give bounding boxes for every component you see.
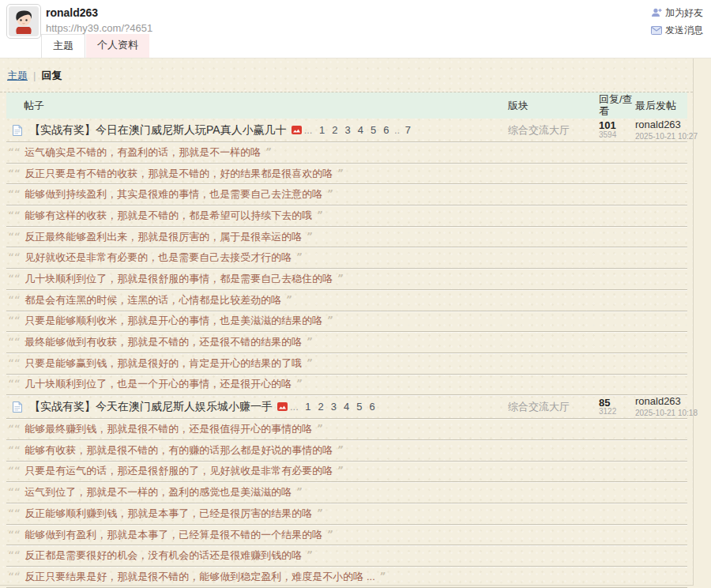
page-gap: .. — [394, 124, 400, 136]
reply-row[interactable]: ““ 能够有这样的收获，那就是不错的，都是希望可以持续下去的哦 ”” — [6, 205, 687, 227]
quote-open-icon: “ — [8, 485, 13, 499]
reply-row[interactable]: ““ 只要是能够顺利收米，那就是开心的事情，也是美滋滋的结果的咯 ”” — [6, 311, 687, 333]
send-message-button[interactable]: 发送消息 — [651, 23, 703, 39]
page-link[interactable]: 6 — [383, 124, 389, 136]
username: ronald263 — [46, 6, 152, 20]
reply-text: 几十块顺利到位了，那就是很舒服的事情，都是需要自己去稳住的咯 — [24, 272, 333, 286]
reply-row[interactable]: ““ 运气确实是不错的，有盈利的话，那就是不一样的咯 ”” — [6, 142, 687, 164]
topic-list-panel: 主题|回复 帖子 版块 回复/查看 最后发帖 【实战有奖】今日在澳门威尼斯人玩P… — [0, 58, 694, 586]
page-link[interactable]: 1 — [319, 124, 325, 136]
reply-row[interactable]: ““ 反正能够顺利赚到钱，那就是本事了，已经是很厉害的结果的咯 ”” — [6, 503, 687, 525]
quote-open-icon: “ — [8, 187, 13, 202]
subnav-topics-link[interactable]: 主题 — [7, 70, 28, 81]
last-poster-link[interactable]: ronald263 — [635, 119, 687, 131]
quote-open-icon: “ — [14, 209, 19, 223]
last-poster-link[interactable]: ronald263 — [635, 396, 687, 408]
page-link[interactable]: 2 — [318, 401, 324, 413]
reply-text: 最终能够做到有收获，那就是不错的，还是很不错的结果的咯 — [24, 335, 302, 349]
thread-title-link[interactable]: 【实战有奖】今日在澳门威尼斯人玩PA真人小赢几十 — [29, 123, 287, 138]
reply-text: 能够做到持续盈利，其实是很难的事情，也是需要自己去注意的咯 — [24, 187, 322, 202]
col-header-forum: 版块 — [508, 99, 599, 113]
title-ellipsis: ... — [304, 124, 313, 136]
quote-close-icon: ” — [286, 293, 291, 307]
quote-open-icon: “ — [8, 507, 13, 521]
reply-row[interactable]: ““ 只要是能够赢到钱，那就是很好的，肯定是开心的结果的了哦 ”” — [6, 353, 687, 375]
page-link[interactable]: 3 — [344, 124, 350, 136]
quote-open-icon: “ — [14, 272, 19, 286]
quote-open-icon: “ — [8, 209, 13, 223]
reply-row[interactable]: ““ 只要是有运气的话，那还是很舒服的了，见好就收是非常有必要的咯 ”” — [6, 462, 687, 483]
quote-open-icon: “ — [8, 167, 13, 181]
page-link[interactable]: 7 — [405, 124, 411, 136]
tab-topics[interactable]: 主题 — [41, 34, 85, 58]
quote-open-icon: “ — [8, 335, 13, 349]
reply-text: 能够有收获，那就是很不错的，有的赚的话那么都是好说的事情的咯 — [24, 443, 333, 458]
reply-row[interactable]: ““ 能够做到有盈利，那就是本事了，已经算是很不错的一个结果的咯 ”” — [6, 525, 687, 546]
quote-open-icon: “ — [14, 548, 19, 563]
reply-text: 见好就收还是非常有必要的，也是需要自己去接受才行的咯 — [24, 251, 292, 265]
reply-row[interactable]: ““ 反正都是需要很好的机会，没有机会的话还是很难赚到钱的咯 ”” — [6, 545, 687, 567]
table-header: 帖子 版块 回复/查看 最后发帖 — [6, 92, 687, 119]
quote-close-icon: ” — [317, 209, 322, 223]
view-count: 3122 — [599, 408, 635, 416]
quote-close-icon: ” — [337, 272, 342, 286]
forum-link[interactable]: 综合交流大厅 — [508, 401, 570, 413]
reply-row[interactable]: ““ 反正只要是有不错的收获，那就是不错的，好的结果都是很喜欢的咯 ”” — [6, 164, 687, 185]
quote-open-icon: “ — [8, 422, 13, 436]
col-header-reply-view: 回复/查看 — [599, 94, 635, 118]
quote-open-icon: “ — [14, 485, 19, 499]
quote-open-icon: “ — [8, 356, 13, 371]
quote-open-icon: “ — [14, 293, 19, 307]
add-friend-button[interactable]: 加为好友 — [651, 6, 703, 21]
page-link[interactable]: 4 — [358, 124, 363, 136]
page-link[interactable]: 1 — [305, 401, 310, 413]
add-friend-icon — [651, 7, 662, 21]
reply-row[interactable]: ““ 能够做到持续盈利，其实是很难的事情，也是需要自己去注意的咯 ”” — [6, 184, 687, 205]
profile-header: ronald263 https://hy39.com/?4651 加为好友 发送… — [0, 0, 711, 58]
thread-pagination: 123456 — [302, 401, 378, 413]
forum-link[interactable]: 综合交流大厅 — [508, 124, 570, 136]
subnav-divider: | — [33, 70, 36, 81]
quote-open-icon: “ — [14, 167, 19, 181]
reply-row[interactable]: ““ 运气到位了，那就是不一样的，盈利的感觉也是美滋滋的咯 ”” — [6, 482, 687, 503]
page-link[interactable]: 2 — [332, 124, 337, 136]
page-link[interactable]: 4 — [344, 401, 349, 413]
reply-text: 只要是有运气的话，那还是很舒服的了，见好就收是非常有必要的咯 — [24, 464, 333, 478]
reply-row[interactable]: ““ 几十块顺利到位了，那就是很舒服的事情，都是需要自己去稳住的咯 ”” — [6, 269, 687, 290]
reply-text: 反正只要是有不错的收获，那就是不错的，好的结果都是很喜欢的咯 — [24, 167, 333, 181]
tab-profile-info[interactable]: 个人资料 — [86, 34, 149, 58]
quote-open-icon: “ — [8, 377, 13, 391]
page-link[interactable]: 5 — [356, 401, 362, 413]
thread-title-link[interactable]: 【实战有奖】今天在澳门威尼斯人娱乐城小赚一手 — [29, 400, 273, 414]
reply-row[interactable]: ““ 都是会有连黑的时候，连黑的话，心情都是比较差劲的咯 ”” — [6, 290, 687, 311]
quote-close-icon: ” — [337, 443, 342, 458]
thread-row: 【实战有奖】今天在澳门威尼斯人娱乐城小赚一手 ... 123456 综合交流大厅… — [6, 395, 687, 419]
reply-text: 反正只要结果是好，那就是很不错的，能够做到稳定盈利，难度是不小的咯 ... — [24, 570, 374, 584]
reply-text: 能够最终赚到钱，那就是很不错的，还是很值得开心的事情的咯 — [24, 422, 312, 436]
avatar — [6, 4, 41, 39]
message-icon — [651, 24, 662, 39]
add-friend-label: 加为好友 — [665, 7, 703, 18]
profile-tabs: 主题 个人资料 — [41, 34, 149, 58]
last-post-time: 2025-10-21 10:27 — [635, 132, 687, 141]
reply-row[interactable]: ““ 几十块顺利到位了，也是一个开心的事情，还是很开心的咯 ”” — [6, 375, 687, 396]
reply-row[interactable]: ““ 最终能够做到有收获，那就是不错的，还是很不错的结果的咯 ”” — [6, 332, 687, 353]
subnav: 主题|回复 — [0, 58, 693, 92]
quote-open-icon: “ — [8, 548, 13, 563]
quote-close-icon: ” — [307, 230, 311, 244]
page-link[interactable]: 3 — [331, 401, 337, 413]
quote-open-icon: “ — [8, 272, 13, 286]
page-link[interactable]: 6 — [370, 401, 375, 413]
reply-row[interactable]: ““ 能够最终赚到钱，那就是很不错的，还是很值得开心的事情的咯 ”” — [6, 419, 687, 440]
col-header-post: 帖子 — [6, 99, 508, 113]
reply-row[interactable]: ““ 见好就收还是非常有必要的，也是需要自己去接受才行的咯 ”” — [6, 247, 687, 269]
reply-row[interactable]: ““ 反正最终能够盈利出来，那就是很厉害的，属于是很幸运的咯 ”” — [6, 227, 687, 248]
reply-row[interactable]: ““ 反正只要结果是好，那就是很不错的，能够做到稳定盈利，难度是不小的咯 ...… — [6, 567, 687, 588]
quote-open-icon: “ — [14, 422, 19, 436]
reply-row[interactable]: ““ 能够有收获，那就是很不错的，有的赚的话那么都是好说的事情的咯 ”” — [6, 440, 687, 462]
quote-open-icon: “ — [14, 464, 19, 478]
reply-text: 反正能够顺利赚到钱，那就是本事了，已经是很厉害的结果的咯 — [24, 507, 312, 521]
quote-open-icon: “ — [8, 145, 13, 160]
page-link[interactable]: 5 — [371, 124, 376, 136]
quote-open-icon: “ — [14, 230, 19, 244]
